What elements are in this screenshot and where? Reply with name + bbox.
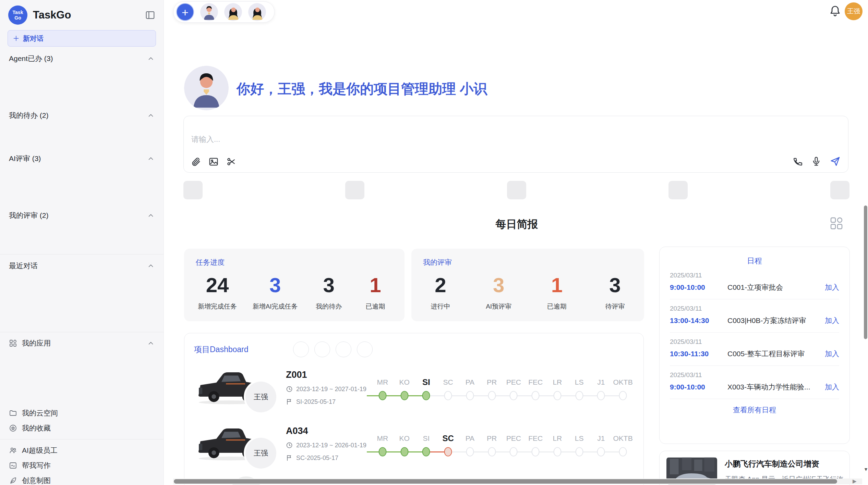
sidebar-item[interactable] — [0, 123, 164, 137]
milestone: PEC — [503, 431, 525, 458]
event-join-link[interactable]: 加入 — [825, 382, 839, 392]
app-item[interactable] — [0, 378, 164, 392]
sidebar-item[interactable] — [0, 223, 164, 237]
event-join-link[interactable]: 加入 — [825, 283, 839, 292]
sidebar-section-header[interactable]: AI评审 (3) — [0, 151, 164, 166]
chevron-up-icon[interactable] — [147, 262, 155, 270]
dashboard-tab[interactable] — [314, 341, 330, 357]
recent-chat-item[interactable] — [0, 315, 164, 328]
milestone-dot — [532, 391, 540, 400]
sidebar-section-header[interactable]: Agent已办 (3) — [0, 51, 164, 66]
chevron-up-icon[interactable] — [147, 112, 155, 119]
scroll-down-arrow-icon[interactable]: ▼ — [864, 467, 868, 472]
sidebar-item[interactable] — [0, 237, 164, 251]
scroll-right-arrow-icon[interactable]: ▶ — [853, 478, 857, 484]
project-code: A034 — [286, 426, 372, 436]
avatar[interactable] — [224, 3, 242, 21]
sidebar-item[interactable] — [0, 194, 164, 208]
milestone-label: J1 — [590, 431, 612, 446]
dashboard-tab[interactable] — [357, 341, 373, 357]
image-icon[interactable] — [208, 157, 219, 167]
notifications-bell-icon[interactable] — [829, 5, 841, 18]
avatar[interactable] — [248, 3, 266, 21]
assistant-avatar — [184, 66, 229, 110]
favorites-label: 我的收藏 — [22, 423, 51, 433]
recent-chat-item[interactable] — [0, 274, 164, 287]
stat-value: 3 — [483, 273, 514, 297]
suggestion-chip[interactable] — [183, 181, 203, 199]
milestone: KO — [394, 431, 415, 458]
sidebar-item[interactable] — [0, 94, 164, 108]
star-circle-icon — [9, 424, 17, 432]
chevron-up-icon[interactable] — [147, 55, 155, 62]
milestone: SC — [437, 375, 459, 402]
milestone-dot — [378, 447, 386, 457]
recent-chat-item[interactable] — [0, 301, 164, 315]
milestone-label: PEC — [503, 375, 525, 389]
dashboard-tab[interactable] — [336, 341, 351, 357]
add-session-button[interactable]: + — [176, 3, 194, 21]
phone-icon[interactable] — [793, 156, 803, 166]
milestone-dot — [532, 447, 540, 457]
scissors-icon[interactable] — [226, 157, 237, 167]
recent-chats-list — [0, 274, 164, 328]
vertical-scrollbar-thumb[interactable] — [864, 206, 867, 339]
event-join-link[interactable]: 加入 — [825, 349, 839, 359]
dashboard-tab[interactable] — [293, 341, 309, 357]
project-row[interactable]: 王强 A034 2023-12-19 ~ 2026-01-19 SC-2025-… — [194, 415, 634, 472]
suggestion-chip[interactable] — [830, 181, 849, 199]
my-apps-header[interactable]: 我的应用 — [0, 336, 164, 351]
layout-grid-icon[interactable] — [829, 216, 844, 232]
event-join-link[interactable]: 加入 — [825, 316, 839, 325]
sidebar-section: 我的评审 (2) — [0, 208, 164, 251]
new-chat-button[interactable]: 新对话 — [8, 30, 156, 47]
recent-chat-item[interactable] — [0, 287, 164, 301]
app-item[interactable] — [0, 351, 164, 364]
project-flag-text: SC-2025-05-17 — [296, 455, 338, 462]
sidebar-section-header[interactable]: 我的评审 (2) — [0, 208, 164, 223]
recent-chats-title: 最近对话 — [9, 261, 38, 271]
avatar[interactable] — [200, 3, 218, 21]
stat: 3 待评审 — [600, 273, 630, 311]
sidebar-section-header[interactable]: 我的待办 (2) — [0, 108, 164, 123]
milestone-dot — [553, 391, 561, 400]
collapse-sidebar-icon[interactable] — [145, 10, 155, 20]
milestone-label: SI — [415, 431, 437, 446]
microphone-icon[interactable] — [811, 156, 821, 166]
logo-line2: Go — [14, 15, 21, 21]
input-attachments — [191, 157, 237, 167]
sidebar-item[interactable] — [0, 166, 164, 180]
sidebar-item-favorites[interactable]: 我的收藏 — [0, 421, 164, 436]
app-item[interactable] — [0, 392, 164, 406]
sidebar-item[interactable] — [0, 80, 164, 94]
sidebar-section-title: Agent已办 (3) — [9, 54, 53, 63]
sidebar-item-ai-super-staff[interactable]: AI超级员工 — [0, 443, 164, 458]
sidebar-item[interactable] — [0, 137, 164, 151]
user-avatar[interactable]: 王强 — [845, 2, 863, 20]
paperclip-icon[interactable] — [191, 157, 201, 167]
sidebar-item[interactable] — [0, 66, 164, 80]
recent-chats-header[interactable]: 最近对话 — [0, 258, 164, 274]
chevron-up-icon[interactable] — [147, 155, 155, 162]
suggestion-chip[interactable] — [507, 181, 526, 199]
milestone-label: SI — [415, 375, 437, 389]
sidebar-item[interactable] — [0, 180, 164, 194]
chevron-up-icon[interactable] — [147, 339, 155, 347]
dashboard-title: 项目Dashboard — [194, 344, 249, 355]
chevron-up-icon[interactable] — [147, 212, 155, 219]
sidebar-item-creative-drawing[interactable]: 创意制图 — [0, 473, 164, 485]
project-row[interactable]: 王强 Z001 2023-12-19 ~ 2027-01-19 SI-2025-… — [194, 359, 634, 415]
milestone: MR — [372, 431, 394, 458]
suggestion-chip[interactable] — [668, 181, 688, 199]
app-item[interactable] — [0, 364, 164, 378]
chat-input[interactable] — [191, 135, 775, 144]
send-icon[interactable] — [830, 156, 841, 167]
stat: 2 进行中 — [425, 273, 456, 311]
my-apps-list — [0, 351, 164, 406]
sidebar-item-help-me-write[interactable]: 帮我写作 — [0, 458, 164, 473]
sidebar-item-cloud-space[interactable]: 我的云空间 — [0, 406, 164, 421]
milestone: SC — [437, 431, 459, 458]
suggestion-chip[interactable] — [345, 181, 364, 199]
horizontal-scrollbar-thumb[interactable] — [174, 479, 837, 484]
view-all-schedule-link[interactable]: 查看所有日程 — [670, 405, 839, 415]
